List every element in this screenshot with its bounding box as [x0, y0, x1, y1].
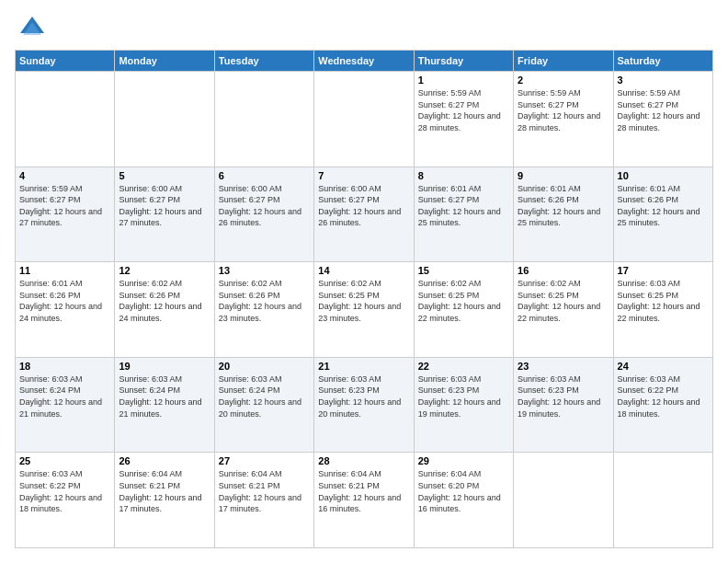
day-info: Sunrise: 6:00 AM Sunset: 6:27 PM Dayligh… — [219, 183, 310, 229]
calendar-day-header: Sunday — [16, 51, 115, 72]
calendar-cell: 6Sunrise: 6:00 AM Sunset: 6:27 PM Daylig… — [214, 167, 313, 262]
calendar-day-header: Monday — [115, 51, 214, 72]
day-number: 13 — [219, 265, 310, 276]
day-number: 1 — [418, 75, 509, 86]
calendar-cell — [613, 453, 712, 548]
calendar-cell: 8Sunrise: 6:01 AM Sunset: 6:27 PM Daylig… — [414, 167, 513, 262]
day-info: Sunrise: 6:03 AM Sunset: 6:22 PM Dayligh… — [19, 468, 110, 514]
day-number: 9 — [518, 170, 609, 181]
logo-icon — [18, 15, 46, 42]
day-info: Sunrise: 6:01 AM Sunset: 6:26 PM Dayligh… — [19, 278, 110, 324]
calendar-cell: 11Sunrise: 6:01 AM Sunset: 6:26 PM Dayli… — [16, 262, 115, 358]
calendar-cell: 7Sunrise: 6:00 AM Sunset: 6:27 PM Daylig… — [314, 167, 414, 262]
day-info: Sunrise: 6:03 AM Sunset: 6:24 PM Dayligh… — [119, 373, 210, 419]
day-number: 20 — [219, 361, 310, 372]
calendar-week-row: 4Sunrise: 5:59 AM Sunset: 6:27 PM Daylig… — [16, 167, 713, 262]
calendar-cell — [16, 72, 115, 167]
day-info: Sunrise: 5:59 AM Sunset: 6:27 PM Dayligh… — [518, 87, 609, 133]
day-number: 23 — [518, 361, 609, 372]
day-info: Sunrise: 6:03 AM Sunset: 6:23 PM Dayligh… — [418, 373, 509, 419]
calendar-table: SundayMondayTuesdayWednesdayThursdayFrid… — [15, 50, 713, 548]
day-info: Sunrise: 6:04 AM Sunset: 6:20 PM Dayligh… — [418, 468, 509, 514]
day-number: 28 — [318, 455, 409, 466]
day-number: 16 — [518, 265, 609, 276]
page-header — [15, 15, 713, 42]
day-number: 19 — [119, 361, 210, 372]
day-number: 21 — [318, 361, 409, 372]
day-number: 24 — [618, 361, 709, 372]
calendar-cell: 4Sunrise: 5:59 AM Sunset: 6:27 PM Daylig… — [16, 167, 115, 262]
calendar-cell: 25Sunrise: 6:03 AM Sunset: 6:22 PM Dayli… — [16, 453, 115, 548]
day-info: Sunrise: 6:00 AM Sunset: 6:27 PM Dayligh… — [119, 183, 210, 229]
calendar-cell: 1Sunrise: 5:59 AM Sunset: 6:27 PM Daylig… — [414, 72, 513, 167]
calendar-day-header: Friday — [514, 51, 613, 72]
calendar-cell: 9Sunrise: 6:01 AM Sunset: 6:26 PM Daylig… — [514, 167, 613, 262]
calendar-cell: 20Sunrise: 6:03 AM Sunset: 6:24 PM Dayli… — [214, 357, 313, 453]
day-info: Sunrise: 6:02 AM Sunset: 6:25 PM Dayligh… — [318, 278, 409, 324]
day-info: Sunrise: 6:01 AM Sunset: 6:26 PM Dayligh… — [518, 183, 609, 229]
day-info: Sunrise: 6:02 AM Sunset: 6:25 PM Dayligh… — [418, 278, 509, 324]
calendar-cell: 3Sunrise: 5:59 AM Sunset: 6:27 PM Daylig… — [613, 72, 712, 167]
day-number: 27 — [219, 455, 310, 466]
day-info: Sunrise: 6:02 AM Sunset: 6:25 PM Dayligh… — [518, 278, 609, 324]
calendar-day-header: Saturday — [613, 51, 712, 72]
day-number: 25 — [19, 455, 110, 466]
day-number: 4 — [19, 170, 110, 181]
day-number: 6 — [219, 170, 310, 181]
calendar-cell — [214, 72, 313, 167]
calendar-cell: 28Sunrise: 6:04 AM Sunset: 6:21 PM Dayli… — [314, 453, 414, 548]
day-info: Sunrise: 6:01 AM Sunset: 6:26 PM Dayligh… — [618, 183, 709, 229]
calendar-cell: 21Sunrise: 6:03 AM Sunset: 6:23 PM Dayli… — [314, 357, 414, 453]
day-info: Sunrise: 6:03 AM Sunset: 6:22 PM Dayligh… — [618, 373, 709, 419]
day-number: 7 — [318, 170, 409, 181]
calendar-cell — [115, 72, 214, 167]
calendar-cell: 15Sunrise: 6:02 AM Sunset: 6:25 PM Dayli… — [414, 262, 513, 358]
calendar-week-row: 25Sunrise: 6:03 AM Sunset: 6:22 PM Dayli… — [16, 453, 713, 548]
day-info: Sunrise: 5:59 AM Sunset: 6:27 PM Dayligh… — [418, 87, 509, 133]
day-number: 14 — [318, 265, 409, 276]
day-info: Sunrise: 6:04 AM Sunset: 6:21 PM Dayligh… — [119, 468, 210, 514]
calendar-cell: 13Sunrise: 6:02 AM Sunset: 6:26 PM Dayli… — [214, 262, 313, 358]
day-number: 29 — [418, 455, 509, 466]
calendar-cell: 19Sunrise: 6:03 AM Sunset: 6:24 PM Dayli… — [115, 357, 214, 453]
day-number: 22 — [418, 361, 509, 372]
day-number: 18 — [19, 361, 110, 372]
day-number: 26 — [119, 455, 210, 466]
calendar-header-row: SundayMondayTuesdayWednesdayThursdayFrid… — [16, 51, 713, 72]
day-info: Sunrise: 5:59 AM Sunset: 6:27 PM Dayligh… — [618, 87, 709, 133]
day-info: Sunrise: 6:03 AM Sunset: 6:24 PM Dayligh… — [19, 373, 110, 419]
calendar-cell: 23Sunrise: 6:03 AM Sunset: 6:23 PM Dayli… — [514, 357, 613, 453]
calendar-week-row: 1Sunrise: 5:59 AM Sunset: 6:27 PM Daylig… — [16, 72, 713, 167]
calendar-week-row: 11Sunrise: 6:01 AM Sunset: 6:26 PM Dayli… — [16, 262, 713, 358]
day-number: 17 — [618, 265, 709, 276]
calendar-week-row: 18Sunrise: 6:03 AM Sunset: 6:24 PM Dayli… — [16, 357, 713, 453]
calendar-cell: 27Sunrise: 6:04 AM Sunset: 6:21 PM Dayli… — [214, 453, 313, 548]
day-number: 12 — [119, 265, 210, 276]
day-info: Sunrise: 6:01 AM Sunset: 6:27 PM Dayligh… — [418, 183, 509, 229]
calendar-cell: 12Sunrise: 6:02 AM Sunset: 6:26 PM Dayli… — [115, 262, 214, 358]
logo — [15, 15, 46, 42]
day-number: 5 — [119, 170, 210, 181]
calendar-day-header: Wednesday — [314, 51, 414, 72]
calendar-cell — [514, 453, 613, 548]
day-info: Sunrise: 6:03 AM Sunset: 6:24 PM Dayligh… — [219, 373, 310, 419]
calendar-cell: 24Sunrise: 6:03 AM Sunset: 6:22 PM Dayli… — [613, 357, 712, 453]
day-number: 2 — [518, 75, 609, 86]
day-number: 15 — [418, 265, 509, 276]
calendar-day-header: Thursday — [414, 51, 513, 72]
day-info: Sunrise: 6:02 AM Sunset: 6:26 PM Dayligh… — [119, 278, 210, 324]
calendar-cell: 18Sunrise: 6:03 AM Sunset: 6:24 PM Dayli… — [16, 357, 115, 453]
day-info: Sunrise: 6:02 AM Sunset: 6:26 PM Dayligh… — [219, 278, 310, 324]
calendar-cell: 29Sunrise: 6:04 AM Sunset: 6:20 PM Dayli… — [414, 453, 513, 548]
calendar-cell: 10Sunrise: 6:01 AM Sunset: 6:26 PM Dayli… — [613, 167, 712, 262]
day-info: Sunrise: 5:59 AM Sunset: 6:27 PM Dayligh… — [19, 183, 110, 229]
day-info: Sunrise: 6:03 AM Sunset: 6:25 PM Dayligh… — [618, 278, 709, 324]
calendar-day-header: Tuesday — [214, 51, 313, 72]
calendar-cell: 5Sunrise: 6:00 AM Sunset: 6:27 PM Daylig… — [115, 167, 214, 262]
day-info: Sunrise: 6:03 AM Sunset: 6:23 PM Dayligh… — [318, 373, 409, 419]
calendar-cell — [314, 72, 414, 167]
day-info: Sunrise: 6:04 AM Sunset: 6:21 PM Dayligh… — [318, 468, 409, 514]
day-number: 10 — [618, 170, 709, 181]
calendar-cell: 14Sunrise: 6:02 AM Sunset: 6:25 PM Dayli… — [314, 262, 414, 358]
calendar-cell: 22Sunrise: 6:03 AM Sunset: 6:23 PM Dayli… — [414, 357, 513, 453]
